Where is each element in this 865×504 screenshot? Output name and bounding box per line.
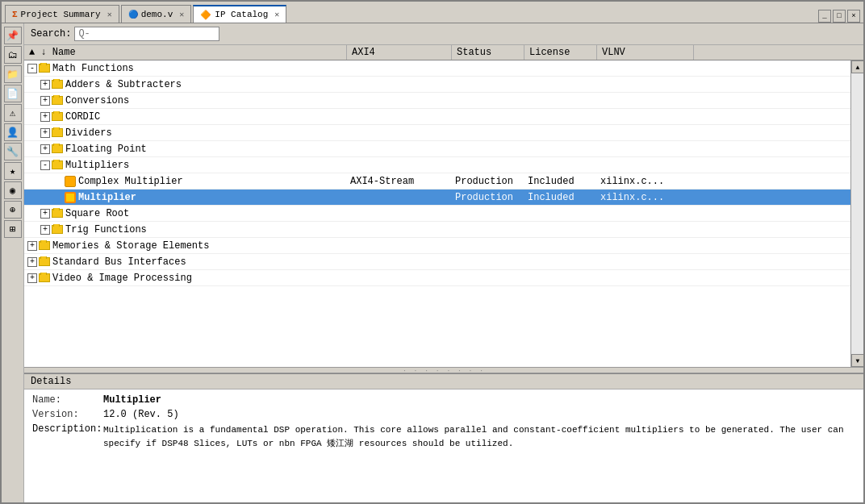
col-header-status[interactable]: Status (452, 45, 524, 60)
expand-icon[interactable]: + (40, 128, 50, 138)
tree-row-label: Trig Functions (65, 224, 147, 235)
tree-row-label: Memories & Storage Elements (52, 240, 209, 252)
tab-project-summary-label: Project Summary (21, 10, 101, 19)
row-vlnv: xilinx.c... (597, 192, 694, 203)
toolbar-file-button[interactable]: 📄 (4, 85, 22, 102)
tree-row-label: Complex Multiplier (78, 176, 183, 187)
details-version-row: Version: 12.0 (Rev. 5) (32, 409, 855, 420)
toolbar-star-button[interactable]: ★ (4, 162, 22, 180)
left-toolbar: 📌 🗂 📁 📄 ⚠ 👤 🔧 ★ ◉ ⊕ ⊞ (2, 23, 24, 502)
toolbar-warning-button[interactable]: ⚠ (4, 104, 22, 122)
toolbar-folder-button[interactable]: 🗂 (4, 46, 22, 64)
tab-bar: Σ Project Summary ✕ 🔵 demo.v ✕ 🔶 IP Cata… (2, 2, 863, 23)
folder-icon (52, 144, 63, 153)
right-scrollbar[interactable]: ▲ ▼ (850, 60, 863, 367)
tab-demo-v-close[interactable]: ✕ (179, 10, 184, 19)
item-icon (65, 176, 76, 187)
splitter[interactable]: · · · · · · · · (24, 367, 863, 373)
row-status: Production (452, 176, 524, 187)
toolbar-plus-button[interactable]: ⊕ (4, 201, 22, 219)
tree-table-area: ▲ ↓ Name AXI4 Status License VLNV -Math … (24, 45, 863, 367)
tab-ip-catalog[interactable]: 🔶 IP Catalog ✕ (193, 5, 286, 23)
expand-icon[interactable]: + (40, 112, 50, 122)
tree-row[interactable]: +Floating Point (24, 141, 850, 157)
row-license: Included (524, 192, 597, 203)
tree-row-label: Multiplier (78, 192, 136, 203)
row-vlnv: xilinx.c... (597, 176, 694, 187)
tree-row[interactable]: Complex MultiplierAXI4-StreamProductionI… (24, 173, 850, 190)
item-gold-icon (65, 192, 76, 203)
tab-project-summary[interactable]: Σ Project Summary ✕ (5, 5, 119, 23)
toolbar-tool-button[interactable]: 🔧 (4, 143, 22, 160)
expand-icon[interactable]: + (27, 273, 37, 283)
row-status: Production (452, 192, 524, 203)
details-desc-label: Description: (32, 423, 97, 450)
col-header-name[interactable]: ▲ ↓ Name (24, 45, 347, 60)
tree-row[interactable]: +Square Root (24, 206, 850, 222)
expand-icon[interactable]: - (27, 64, 37, 73)
tree-row[interactable]: +CORDIC (24, 109, 850, 125)
details-version-value: 12.0 (Rev. 5) (103, 409, 179, 420)
expand-icon[interactable]: + (40, 225, 50, 235)
tree-row-label: Square Root (65, 208, 129, 219)
tree-row[interactable]: +Conversions (24, 93, 850, 109)
tree-row[interactable]: -Multipliers (24, 157, 850, 173)
sigma-icon: Σ (12, 10, 18, 19)
tree-row[interactable]: +Trig Functions (24, 222, 850, 238)
tree-scroll[interactable]: -Math Functions+Adders & Subtracters+Con… (24, 60, 850, 367)
row-license: Included (524, 176, 597, 187)
expand-icon[interactable]: + (40, 96, 50, 106)
tree-row-label: Floating Point (65, 144, 147, 155)
search-input[interactable] (78, 28, 199, 40)
tree-row[interactable]: +Adders & Subtracters (24, 77, 850, 93)
search-bar: Search: (24, 23, 863, 45)
tree-row[interactable]: MultiplierProductionIncludedxilinx.c... (24, 190, 850, 206)
scroll-down-button[interactable]: ▼ (851, 354, 863, 367)
window-controls: _ □ × (818, 10, 863, 23)
details-title: Details (24, 374, 863, 389)
tree-row-label: Video & Image Processing (52, 273, 192, 284)
search-input-wrapper[interactable] (74, 27, 219, 41)
scroll-up-button[interactable]: ▲ (851, 60, 863, 73)
main-window: Σ Project Summary ✕ 🔵 demo.v ✕ 🔶 IP Cata… (0, 0, 865, 504)
expand-icon[interactable]: + (40, 209, 50, 219)
col-sort-indicator: ▲ ↓ (29, 47, 52, 58)
col-header-axi4[interactable]: AXI4 (347, 45, 452, 60)
col-header-license[interactable]: License (524, 45, 597, 60)
folder-icon (52, 209, 63, 218)
main-area: 📌 🗂 📁 📄 ⚠ 👤 🔧 ★ ◉ ⊕ ⊞ Search: (2, 23, 863, 502)
folder-icon (39, 64, 50, 73)
folder-icon (52, 128, 63, 137)
folder-icon (52, 112, 63, 121)
tree-row-label: Adders & Subtracters (65, 79, 182, 90)
expand-icon[interactable]: + (27, 241, 37, 251)
expand-icon[interactable]: + (40, 80, 50, 90)
expand-icon[interactable]: + (40, 144, 50, 154)
toolbar-pin-button[interactable]: 📌 (4, 27, 22, 44)
col-header-vlnv[interactable]: VLNV (597, 45, 694, 60)
details-version-label: Version: (32, 409, 97, 420)
scroll-track (851, 73, 863, 354)
tree-row[interactable]: +Standard Bus Interfaces (24, 254, 850, 270)
folder-icon (52, 96, 63, 105)
toolbar-grid-button[interactable]: ⊞ (4, 220, 22, 238)
tree-row-label: Dividers (65, 127, 112, 139)
tab-ip-catalog-close[interactable]: ✕ (274, 10, 279, 19)
expand-icon[interactable]: - (40, 160, 50, 170)
toolbar-person-button[interactable]: 👤 (4, 123, 22, 141)
tab-project-summary-close[interactable]: ✕ (107, 10, 112, 19)
tree-row[interactable]: +Memories & Storage Elements (24, 238, 850, 254)
tree-row[interactable]: +Video & Image Processing (24, 270, 850, 286)
column-header-row: ▲ ↓ Name AXI4 Status License VLNV (24, 45, 863, 60)
details-desc-text: Multiplication is a fundamental DSP oper… (103, 423, 855, 450)
toolbar-circle-button[interactable]: ◉ (4, 181, 22, 199)
folder-icon (52, 160, 63, 169)
expand-icon[interactable]: + (27, 257, 37, 267)
minimize-button[interactable]: _ (818, 10, 831, 23)
tab-demo-v[interactable]: 🔵 demo.v ✕ (121, 5, 192, 23)
close-button[interactable]: × (847, 10, 860, 23)
tree-row[interactable]: -Math Functions (24, 60, 850, 77)
restore-button[interactable]: □ (833, 10, 846, 23)
tree-row[interactable]: +Dividers (24, 125, 850, 141)
toolbar-folder2-button[interactable]: 📁 (4, 65, 22, 83)
